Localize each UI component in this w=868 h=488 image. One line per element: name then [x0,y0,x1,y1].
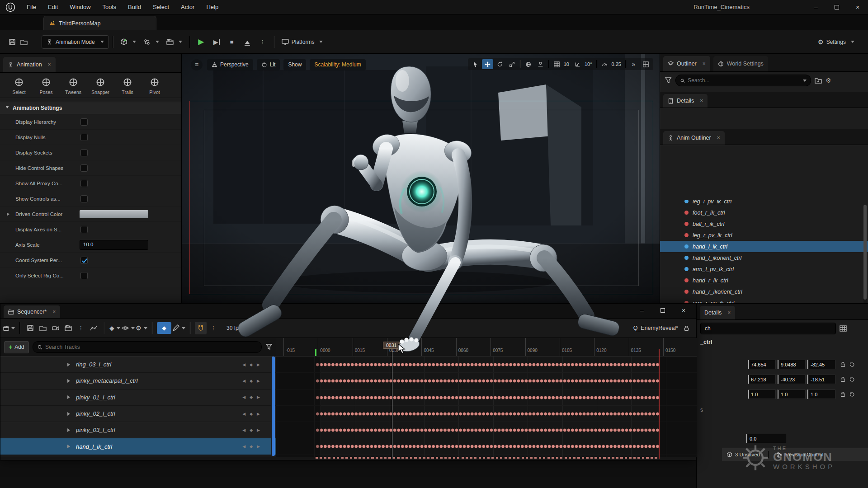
expand-icon[interactable] [67,428,72,432]
prev-key-button[interactable]: ◀ [242,362,245,367]
timeline-track-row[interactable] [276,438,697,455]
play-options-button[interactable]: ⋮ [255,36,270,48]
lock-icon[interactable] [684,325,689,331]
track-row[interactable]: pinky_metacarpal_l_ctrl ◀ ◆ ▶ [0,373,276,389]
outliner-search-input[interactable] [688,77,798,84]
menu-item[interactable]: Window [64,0,96,14]
prev-key-button[interactable]: ◀ [242,395,245,399]
close-icon[interactable]: × [48,61,51,68]
view-options-dropdown[interactable] [122,322,135,334]
timeline-track-row[interactable] [276,389,697,406]
playhead[interactable] [392,351,392,459]
curve-editor-button[interactable] [88,322,99,334]
transform-z-field[interactable]: -18.51 [807,375,835,384]
animation-tool-button[interactable]: Tweens [60,77,87,95]
transform-x-field[interactable]: 74.654 [748,360,776,369]
setting-checkbox[interactable] [80,257,88,264]
track-search[interactable] [33,341,262,353]
fps-dropdown[interactable]: 30 fps [223,321,254,335]
keyframe-dots[interactable] [316,378,659,384]
animation-tool-button[interactable]: Poses [33,77,60,95]
snap-button[interactable] [195,322,207,334]
prev-key-button[interactable]: ◀ [242,379,245,383]
close-icon[interactable]: × [700,98,703,104]
playhead-frame-label[interactable]: 0031 [383,342,400,349]
control-list-item[interactable]: leg_r_pv_ik_ctrl [660,230,868,241]
setting-checkbox[interactable] [80,195,88,202]
next-key-button[interactable]: ▶ [257,412,260,416]
control-list-item[interactable]: arm_l_pv_ik_ctrl [660,263,868,275]
menu-item[interactable]: Edit [42,0,64,14]
track-filter-icon[interactable] [265,343,273,351]
tab-sequencer[interactable]: Sequencer* × [4,305,60,318]
sequencer-minimize-button[interactable]: – [632,304,652,317]
transform-x-field[interactable]: 67.218 [748,375,776,384]
transform-x-field[interactable]: 1.0 [748,389,776,399]
key-options-dropdown[interactable]: ◆ [109,322,121,334]
keyframe-dots[interactable] [316,362,659,367]
tab-details-bottom[interactable]: Details × [700,306,735,319]
close-icon[interactable]: × [717,135,720,141]
expand-icon[interactable] [67,395,72,399]
timeline-ruler[interactable]: -015000000150030004500600075009001050120… [276,338,697,357]
table-view-icon[interactable] [840,325,847,332]
setting-checkbox[interactable] [80,180,88,187]
filter-icon[interactable] [665,77,672,84]
close-icon[interactable]: × [52,309,56,315]
playback-start-marker[interactable] [315,349,316,356]
sequence-name[interactable]: Q_EnemyReveal* [633,325,678,331]
prev-key-button[interactable]: ◀ [242,444,245,449]
auto-key-button[interactable]: ◆ [157,322,171,334]
track-scrollbar[interactable] [271,357,275,457]
outliner-settings-gear-icon[interactable]: ⚙ [826,77,831,84]
scrollbar-thumb[interactable] [863,205,867,300]
menu-item[interactable]: Build [122,0,147,14]
scalability-button[interactable]: Scalability: Medium [310,59,365,70]
tab-outliner[interactable]: Outliner × [663,56,710,71]
next-key-button[interactable]: ▶ [257,395,260,399]
next-key-button[interactable]: ▶ [257,379,260,383]
expand-icon[interactable] [7,212,11,216]
details-search-input[interactable] [705,325,831,332]
next-key-button[interactable]: ▶ [257,362,260,367]
track-row[interactable]: hand_l_ik_ctrl ◀ ◆ ▶ [0,438,276,455]
expand-icon[interactable] [67,379,72,383]
minimize-button[interactable]: – [806,0,826,14]
maximize-button[interactable] [826,0,847,14]
track-row[interactable]: ring_03_l_ctrl ◀ ◆ ▶ [0,357,276,373]
frame-skip-button[interactable]: ▶ [209,36,224,48]
lit-dropdown[interactable]: Lit [257,59,280,70]
unreal-logo[interactable] [0,2,21,12]
perspective-dropdown[interactable]: Perspective [207,59,253,70]
setting-checkbox[interactable] [80,149,88,156]
expand-icon[interactable] [67,445,72,448]
track-search-input[interactable] [45,344,257,350]
timeline-track-row[interactable] [276,373,697,389]
control-list-item[interactable]: leg_l_pv_ik_ctrl [660,200,868,207]
animation-tool-button[interactable]: Snapper [87,77,114,95]
control-list-item[interactable]: hand_l_ik_ctrl [660,241,868,252]
keyframe-dots[interactable] [316,444,659,449]
playback-options-dropdown[interactable]: ⚙ [136,322,147,334]
viewport-menu-button[interactable]: ≡ [191,59,203,70]
sequencer-browse-button[interactable] [37,322,49,334]
track-row[interactable]: pinky_02_l_ctrl ◀ ◆ ▶ [0,406,276,422]
lock-icon[interactable] [840,391,846,397]
timeline-area[interactable] [276,357,697,457]
add-key-button[interactable]: ◆ [250,362,253,367]
add-key-button[interactable]: ◆ [250,412,253,416]
add-key-button[interactable]: ◆ [250,444,253,449]
playback-end-marker[interactable] [659,349,660,459]
transform-y-field[interactable]: 1.0 [778,389,806,399]
close-icon[interactable]: × [727,310,731,316]
editor-mode-dropdown[interactable]: Animation Mode [42,35,109,49]
transform-z-field[interactable]: 1.0 [807,389,835,399]
control-list-item[interactable]: ball_r_ik_ctrl [660,218,868,230]
prev-key-button[interactable]: ◀ [242,412,245,416]
sequencer-render-button[interactable] [62,322,74,334]
sequencer-options-kebab[interactable]: ⋮ [75,322,87,334]
animation-tool-button[interactable]: Trails [114,77,141,95]
menu-item[interactable]: Tools [97,0,122,14]
sequencer-maximize-button[interactable] [652,304,673,317]
tab-animation[interactable]: Animation × [3,57,56,72]
